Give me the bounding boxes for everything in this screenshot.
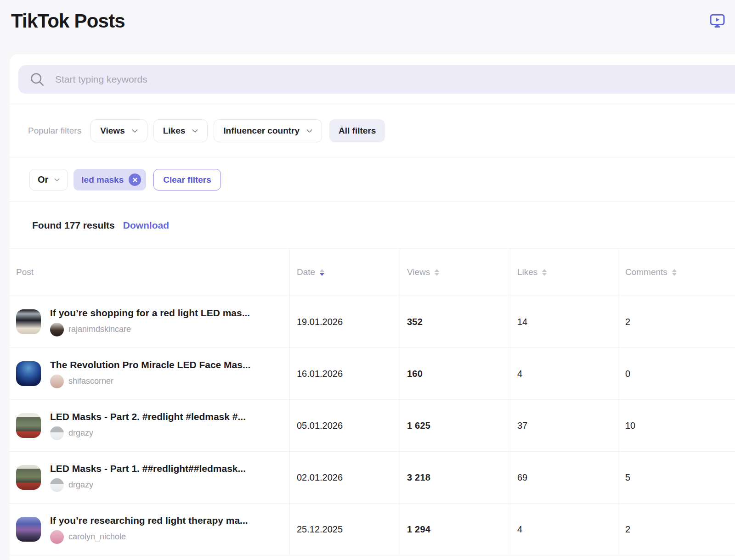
date-cell: 19.01.2026 [289,296,400,347]
influencer-country-filter-label: Influencer country [223,126,300,136]
comments-cell: 0 [618,348,735,399]
keyword-chip[interactable]: led masks [74,169,146,190]
post-cell: LED Masks - Part 1. ##redlight##ledmask.… [10,452,289,503]
likes-cell: 4 [510,348,618,399]
post-author[interactable]: carolyn_nichole [50,530,248,544]
post-author[interactable]: drgazy [50,478,246,492]
views-cell: 3 218 [400,452,510,503]
column-header-likes[interactable]: Likes [510,249,618,296]
column-header-date[interactable]: Date [289,249,400,296]
post-title[interactable]: The Revolution Pro Miracle LED Face Mas.… [50,359,250,370]
post-title[interactable]: LED Masks - Part 1. ##redlight##ledmask.… [50,463,246,474]
post-thumbnail[interactable] [16,517,41,542]
avatar [50,375,64,388]
post-thumbnail[interactable] [16,413,41,438]
results-count: Found 177 results [32,220,115,231]
post-thumbnail[interactable] [16,465,41,490]
posts-table: Post Date Views Likes Comments [10,248,735,555]
table-row: If you’re researching red light therapy … [10,504,735,555]
username: carolyn_nichole [68,532,126,542]
search-input[interactable] [55,65,735,94]
search-icon [29,72,45,87]
download-link[interactable]: Download [123,220,169,231]
chevron-down-icon [132,129,138,133]
table-row: The Revolution Pro Miracle LED Face Mas.… [10,348,735,400]
column-header-comments[interactable]: Comments [618,249,735,296]
post-cell: The Revolution Pro Miracle LED Face Mas.… [10,348,289,399]
monitor-play-icon [709,12,726,29]
avatar [50,323,64,336]
comments-cell: 5 [618,452,735,503]
views-cell: 352 [400,296,510,347]
table-row: LED Masks - Part 2. #redlight #ledmask #… [10,400,735,452]
x-icon [132,177,138,183]
popular-filters-row: Popular filters Views Likes Influencer c… [10,104,735,157]
views-cell: 160 [400,348,510,399]
chevron-down-icon [54,178,60,182]
operator-label: Or [38,174,48,185]
post-cell: If you’re researching red light therapy … [10,504,289,555]
sort-icon[interactable] [542,269,547,276]
content-card: Popular filters Views Likes Influencer c… [10,54,735,560]
avatar [50,530,64,544]
username: shifascorner [68,376,113,386]
likes-filter-dropdown[interactable]: Likes [153,119,208,142]
date-cell: 25.12.2025 [289,504,400,555]
post-title[interactable]: LED Masks - Part 2. #redlight #ledmask #… [50,411,246,422]
comments-cell: 2 [618,296,735,347]
sort-icon[interactable] [435,269,439,276]
post-thumbnail[interactable] [16,309,41,334]
date-cell: 16.01.2026 [289,348,400,399]
views-filter-label: Views [100,126,125,136]
likes-cell: 69 [510,452,618,503]
post-author[interactable]: rajanimdskincare [50,323,250,336]
remove-keyword-icon[interactable] [129,174,141,186]
comments-cell: 2 [618,504,735,555]
page-title: TikTok Posts [11,10,125,32]
post-info: The Revolution Pro Miracle LED Face Mas.… [50,359,250,388]
post-info: If you’re shopping for a red light LED m… [50,308,250,336]
post-author[interactable]: drgazy [50,426,246,440]
comments-cell: 10 [618,400,735,451]
chevron-down-icon [192,129,198,133]
post-author[interactable]: shifascorner [50,375,250,388]
table-row: If you’re shopping for a red light LED m… [10,296,735,348]
likes-cell: 4 [510,504,618,555]
likes-filter-label: Likes [163,126,186,136]
column-header-post: Post [10,249,289,296]
table-header: Post Date Views Likes Comments [10,249,735,296]
username: rajanimdskincare [68,325,131,334]
post-title[interactable]: If you’re shopping for a red light LED m… [50,308,250,319]
avatar [50,426,64,440]
post-title[interactable]: If you’re researching red light therapy … [50,515,248,526]
chevron-down-icon [306,129,312,133]
popular-filters-label: Popular filters [28,126,81,136]
username: drgazy [68,428,93,438]
post-cell: LED Masks - Part 2. #redlight #ledmask #… [10,400,289,451]
keyword-chip-label: led masks [81,175,124,185]
username: drgazy [68,480,93,490]
sort-icon[interactable] [672,269,677,276]
keyword-search-bar[interactable] [18,65,735,94]
date-cell: 02.01.2026 [289,452,400,503]
clear-filters-button[interactable]: Clear filters [153,169,221,190]
post-cell: If you’re shopping for a red light LED m… [10,296,289,347]
date-cell: 05.01.2026 [289,400,400,451]
post-thumbnail[interactable] [16,361,41,386]
video-tutorial-button[interactable] [709,12,726,29]
post-info: LED Masks - Part 2. #redlight #ledmask #… [50,411,246,440]
operator-dropdown[interactable]: Or [29,169,68,190]
avatar [50,478,64,492]
views-cell: 1 294 [400,504,510,555]
search-section [10,54,735,104]
views-filter-dropdown[interactable]: Views [90,119,147,142]
all-filters-button[interactable]: All filters [329,119,385,142]
topbar: TikTok Posts [0,0,735,54]
views-cell: 1 625 [400,400,510,451]
table-row: LED Masks - Part 1. ##redlight##ledmask.… [10,452,735,504]
column-header-views[interactable]: Views [400,249,510,296]
sort-icon[interactable] [320,269,324,276]
post-info: LED Masks - Part 1. ##redlight##ledmask.… [50,463,246,492]
post-info: If you’re researching red light therapy … [50,515,248,544]
influencer-country-filter-dropdown[interactable]: Influencer country [214,119,322,142]
